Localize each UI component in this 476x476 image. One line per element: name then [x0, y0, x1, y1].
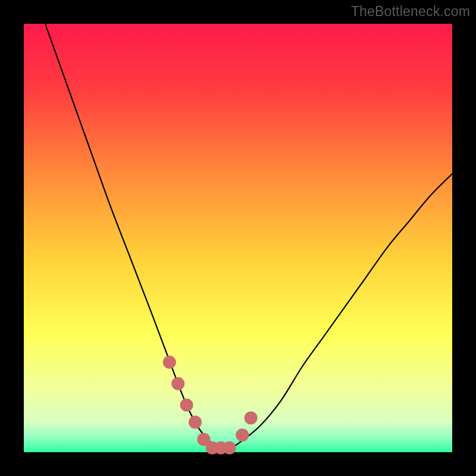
- highlight-dot: [223, 441, 236, 455]
- highlight-dot: [236, 428, 249, 441]
- bottleneck-curve: [45, 24, 452, 449]
- highlight-dot: [180, 399, 193, 412]
- watermark-text: TheBottleneck.com: [351, 4, 470, 20]
- highlight-dot: [189, 416, 202, 429]
- chart-frame: TheBottleneck.com: [0, 0, 476, 476]
- highlight-dot: [163, 356, 176, 369]
- curve-layer: [24, 24, 452, 452]
- highlight-dot: [171, 377, 184, 390]
- highlight-dot: [245, 411, 258, 424]
- highlight-dots: [163, 356, 258, 455]
- plot-area: [24, 24, 452, 452]
